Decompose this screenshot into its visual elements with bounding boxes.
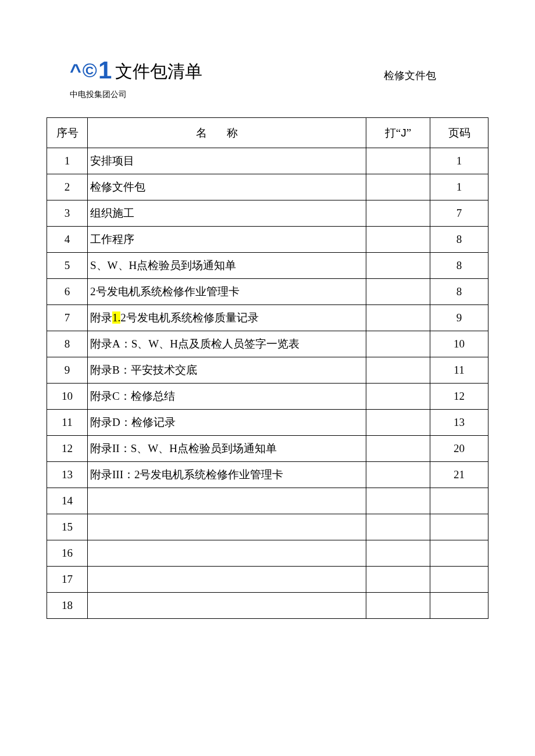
cell-name <box>88 488 366 514</box>
table-row: 14 <box>47 488 488 514</box>
cell-no: 17 <box>47 567 88 593</box>
header-check: 打“J” <box>366 118 430 148</box>
cell-no: 13 <box>47 462 88 488</box>
cell-name: 工作程序 <box>88 227 366 253</box>
document-header: ^ © 1 文件包清单 中电投集团公司 检修文件包 <box>70 58 488 100</box>
cell-page: 9 <box>430 305 488 331</box>
cell-name: 附录A：S、W、H点及质检人员签字一览表 <box>88 331 366 357</box>
cell-check <box>366 540 430 567</box>
cell-name: 检修文件包 <box>88 174 366 200</box>
table-row: 11附录D：检修记录13 <box>47 410 488 436</box>
cell-check <box>366 410 430 436</box>
header-name: 名称 <box>88 118 366 148</box>
cell-page: 13 <box>430 410 488 436</box>
cell-no: 12 <box>47 436 88 462</box>
cell-name-post: 附录III：2号发电机系统检修作业管理卡 <box>90 468 283 481</box>
table-row: 10附录C：检修总结12 <box>47 384 488 410</box>
cell-name: 附录III：2号发电机系统检修作业管理卡 <box>88 462 366 488</box>
cell-name-post: 2号发电机系统检修质量记录 <box>120 311 259 324</box>
table-row: 2检修文件包1 <box>47 174 488 200</box>
cell-no: 15 <box>47 514 88 540</box>
header-check-quote-close: ” <box>406 127 411 139</box>
cell-page: 10 <box>430 331 488 357</box>
cell-name: 安排项目 <box>88 148 366 174</box>
cell-check <box>366 305 430 331</box>
cell-check <box>366 279 430 305</box>
header-right-label: 检修文件包 <box>384 69 436 83</box>
cell-no: 3 <box>47 200 88 227</box>
cell-page: 8 <box>430 227 488 253</box>
cell-page <box>430 593 488 619</box>
table-row: 9附录B：平安技术交底11 <box>47 357 488 384</box>
cell-check <box>366 148 430 174</box>
logo-one: 1 <box>98 58 112 83</box>
cell-page <box>430 567 488 593</box>
table-row: 4工作程序8 <box>47 227 488 253</box>
table-header-row: 序号 名称 打“J” 页码 <box>47 118 488 148</box>
cell-no: 1 <box>47 148 88 174</box>
page-title: 文件包清单 <box>115 60 202 84</box>
cell-no: 18 <box>47 593 88 619</box>
table-row: 1安排项目1 <box>47 148 488 174</box>
cell-check <box>366 514 430 540</box>
cell-check <box>366 174 430 200</box>
cell-name-post: 安排项目 <box>90 155 134 167</box>
cell-no: 2 <box>47 174 88 200</box>
file-list-table: 序号 名称 打“J” 页码 1安排项目12检修文件包13组织施工74工作程序85… <box>47 117 488 619</box>
cell-name: 组织施工 <box>88 200 366 227</box>
cell-name-post: 附录D：检修记录 <box>90 416 176 428</box>
cell-page <box>430 514 488 540</box>
cell-name: 附录C：检修总结 <box>88 384 366 410</box>
cell-no: 6 <box>47 279 88 305</box>
cell-no: 7 <box>47 305 88 331</box>
cell-name: S、W、H点检验员到场通知单 <box>88 253 366 279</box>
header-check-letter: J <box>401 127 406 139</box>
cell-no: 14 <box>47 488 88 514</box>
cell-check <box>366 488 430 514</box>
cell-no: 10 <box>47 384 88 410</box>
cell-name-post: S、W、H点检验员到场通知单 <box>90 259 236 271</box>
cell-name-post: 检修文件包 <box>90 181 145 193</box>
cell-name: 附录1.2号发电机系统检修质量记录 <box>88 305 366 331</box>
cell-name-post: 附录II：S、W、H点检验员到场通知单 <box>90 442 277 454</box>
cell-name-post: 工作程序 <box>90 233 134 245</box>
cell-name: 附录B：平安技术交底 <box>88 357 366 384</box>
cell-page <box>430 488 488 514</box>
cell-name <box>88 540 366 567</box>
cell-check <box>366 593 430 619</box>
table-row: 16 <box>47 540 488 567</box>
cell-page: 1 <box>430 148 488 174</box>
cell-check <box>366 567 430 593</box>
cell-page <box>430 540 488 567</box>
cell-page: 7 <box>430 200 488 227</box>
cell-no: 9 <box>47 357 88 384</box>
logo-copyright: © <box>83 60 97 80</box>
cell-no: 8 <box>47 331 88 357</box>
cell-page: 11 <box>430 357 488 384</box>
table-row: 15 <box>47 514 488 540</box>
cell-name-post: 2号发电机系统检修作业管理卡 <box>90 285 240 298</box>
header-page: 页码 <box>430 118 488 148</box>
cell-page: 20 <box>430 436 488 462</box>
cell-name: 附录II：S、W、H点检验员到场通知单 <box>88 436 366 462</box>
cell-name: 2号发电机系统检修作业管理卡 <box>88 279 366 305</box>
cell-check <box>366 227 430 253</box>
table-row: 7附录1.2号发电机系统检修质量记录9 <box>47 305 488 331</box>
logo-caret: ^ <box>70 60 81 80</box>
cell-check <box>366 253 430 279</box>
table-row: 17 <box>47 567 488 593</box>
table-row: 18 <box>47 593 488 619</box>
table-row: 12附录II：S、W、H点检验员到场通知单20 <box>47 436 488 462</box>
cell-check <box>366 462 430 488</box>
table-row: 5S、W、H点检验员到场通知单8 <box>47 253 488 279</box>
table-row: 62号发电机系统检修作业管理卡8 <box>47 279 488 305</box>
company-name: 中电投集团公司 <box>70 89 488 100</box>
cell-check <box>366 331 430 357</box>
cell-check <box>366 357 430 384</box>
document-page: ^ © 1 文件包清单 中电投集团公司 检修文件包 序号 名称 打“J” 页码 <box>0 0 535 654</box>
cell-page: 1 <box>430 174 488 200</box>
cell-page: 12 <box>430 384 488 410</box>
cell-name <box>88 593 366 619</box>
table-row: 8附录A：S、W、H点及质检人员签字一览表10 <box>47 331 488 357</box>
header-check-quote-open: “ <box>396 127 401 139</box>
